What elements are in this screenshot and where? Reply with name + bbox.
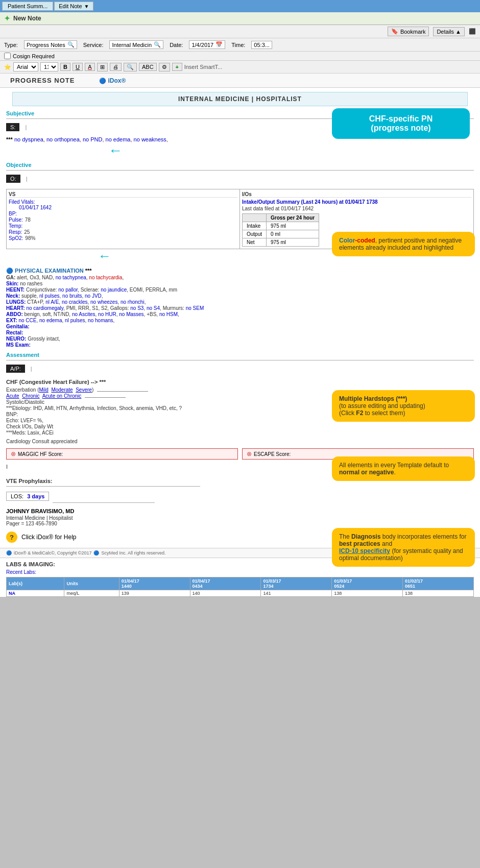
date-cal-icon[interactable]: 📅 — [215, 41, 223, 48]
table-button[interactable]: ⊞ — [97, 63, 108, 71]
labs-col-date5: 01/02/170651 — [403, 577, 474, 590]
arrow-area-1: ← — [6, 142, 474, 158]
maggic-label: MAGGIC HF Score: — [18, 451, 63, 457]
meta-toolbar: Type: Progress Notes 🔍 Service: Internal… — [0, 38, 480, 52]
callout-hardstops-title: Multiple Hardstops (***) — [339, 395, 407, 402]
heent-label: HEENT: — [6, 287, 25, 293]
callout-hardstops-text: (to assure editing and updating)(Click F… — [339, 402, 425, 417]
neck-line: Neck: supple, nl pulses, no bruits, no J… — [6, 293, 474, 299]
color-button[interactable]: A — [85, 63, 95, 71]
assessment-separator — [6, 360, 474, 360]
details-label: Details — [437, 29, 454, 35]
note-header-text: INTERNAL MEDICINE | HOSPITALIST — [178, 95, 302, 103]
size-select[interactable]: 11 — [40, 62, 58, 71]
spellcheck-button[interactable]: ABC — [139, 63, 157, 71]
cardiology-line: Cardiology Consult appreciated — [6, 439, 474, 444]
cosign-checkbox[interactable] — [4, 53, 11, 59]
time-field[interactable]: 05:3... — [251, 41, 272, 49]
details-button[interactable]: Details ▲ — [433, 27, 465, 36]
callout-normal-text: All elements in every Template default t… — [339, 462, 449, 476]
type-search-icon[interactable]: 🔍 — [67, 41, 75, 48]
heart-label: HEART: — [6, 305, 25, 311]
bold-button[interactable]: B — [60, 63, 70, 71]
abdo-line: ABDO: benign, soft, NT/ND, no Ascites, n… — [6, 311, 474, 317]
labs-col-labs: Lab(s) — [7, 577, 64, 590]
underline-button[interactable]: U — [73, 63, 83, 71]
insert-smarttext-label[interactable]: Insert SmartT... — [184, 64, 223, 70]
labs-col-date4: 01/03/170524 — [332, 577, 403, 590]
service-search-icon[interactable]: 🔍 — [154, 41, 161, 48]
maggic-field[interactable]: ⊗ MAGGIC HF Score: — [6, 448, 238, 460]
type-field[interactable]: Progress Notes 🔍 — [24, 40, 77, 49]
tab-edit-note-label: Edit Note — [59, 3, 82, 9]
arrow-left-2: ← — [98, 248, 111, 264]
los-value: 3 days — [27, 493, 44, 499]
vs-header: VS — [9, 191, 237, 198]
callout-color-coded: Color-coded, pertinent positive and nega… — [332, 232, 475, 256]
more-button[interactable]: ⚙ — [159, 63, 170, 71]
section-header-bar: INTERNAL MEDICINE | HOSPITALIST — [12, 92, 468, 106]
arrow-left-1: ← — [108, 142, 123, 159]
top-toolbar: 🔖 Bookmark Details ▲ ⬛ — [0, 25, 480, 38]
io-net-value: 975 ml — [267, 238, 319, 247]
io-last-filed: Last data filed at 01/04/17 1642 — [242, 206, 471, 211]
los-label: LOS: — [11, 493, 23, 499]
io-title: Intake/Output Summary (Last 24 hours) at… — [242, 199, 471, 205]
genitalia-label: Genitalia: — [6, 324, 30, 329]
ga-label: GA: — [6, 275, 15, 280]
phys-exam-section: 🔵 PHYSICAL EXAMINATION *** GA: alert, Ox… — [6, 268, 474, 348]
callout-color-label: Color — [339, 237, 355, 244]
neck-label: Neck: — [6, 293, 20, 299]
vte-separator — [6, 486, 200, 487]
phys-exam-title-row: 🔵 PHYSICAL EXAMINATION *** — [6, 268, 474, 274]
note-area: CHF-specific PN (progress note) Color-co… — [0, 74, 480, 597]
search-button[interactable]: 🔍 — [124, 63, 137, 71]
provider-section: JOHNNY BRAVISIMO, MD Internal Medicine |… — [6, 508, 474, 526]
assessment-label: Assessment — [6, 352, 474, 358]
spo2-label: SpO2: — [9, 235, 23, 241]
rectal-label: Rectal: — [6, 330, 23, 335]
los-box: LOS: 3 days — [6, 492, 49, 501]
service-field[interactable]: Internal Medicin 🔍 — [109, 40, 163, 49]
abdo-label: ABDO: — [6, 311, 23, 317]
idox-logo-area: 🔵 iDox® — [99, 77, 126, 84]
copyright-text: iDox® & MediCalc©, Copyright ©2017 — [14, 550, 91, 556]
callout-diagnosis-text: The Diagnosis body incorporates elements… — [339, 533, 466, 562]
tab-edit-note[interactable]: Edit Note ▼ — [54, 2, 93, 11]
neuro-line: NEURO: Grossly intact, — [6, 336, 474, 342]
note-title: PROGRESS NOTE — [10, 77, 75, 84]
genitalia-line: Genitalia: — [6, 324, 474, 329]
maximize-icon[interactable]: ⬛ — [469, 28, 476, 35]
ext-label: EXT: — [6, 318, 17, 323]
tab-bar: Patient Summ... Edit Note ▼ — [0, 0, 480, 12]
add-button[interactable]: + — [172, 63, 182, 71]
font-select[interactable]: Arial — [13, 62, 38, 71]
vitals-col: VS Filed Vitals: 01/04/17 1642 BP: Pulse… — [7, 189, 240, 249]
o-field[interactable]: O: — [6, 175, 20, 183]
bookmark-button[interactable]: 🔖 Bookmark — [388, 27, 429, 36]
escape-label: ESCAPE Score: — [254, 451, 291, 457]
labs-col-date1: 01/04/171440 — [119, 577, 190, 590]
io-table: Gross per 24 hour Intake 975 ml Output 0… — [242, 213, 319, 247]
tab-dropdown-icon[interactable]: ▼ — [84, 4, 89, 9]
help-icon[interactable]: ? — [6, 532, 17, 543]
service-value: Internal Medicin — [112, 42, 152, 48]
recent-labs-label: Recent Labs: — [6, 569, 474, 575]
resp-label: Resp: — [9, 229, 22, 235]
help-text: Click iDox® for Help — [21, 534, 77, 541]
s-field[interactable]: S: — [6, 123, 19, 131]
heent-line: HEENT: Conjunctivae: no pallor, Sclerae:… — [6, 287, 474, 293]
print-button[interactable]: 🖨 — [110, 63, 122, 71]
date-field[interactable]: 1/4/2017 📅 — [189, 40, 225, 49]
tab-patient-summary[interactable]: Patient Summ... — [2, 2, 53, 11]
labs-col-date3: 01/03/171734 — [261, 577, 332, 590]
io-gross-header: Gross per 24 hour — [267, 214, 319, 222]
new-note-label: New Note — [13, 15, 41, 22]
s-cursor: | — [25, 124, 27, 130]
io-col-label — [243, 214, 267, 222]
io-output-value: 0 ml — [267, 230, 319, 238]
io-header-label: I/Os — [242, 191, 471, 198]
los-line — [53, 502, 155, 503]
ap-field[interactable]: A/P: — [6, 365, 25, 373]
labs-col-date2: 01/04/170434 — [190, 577, 261, 590]
